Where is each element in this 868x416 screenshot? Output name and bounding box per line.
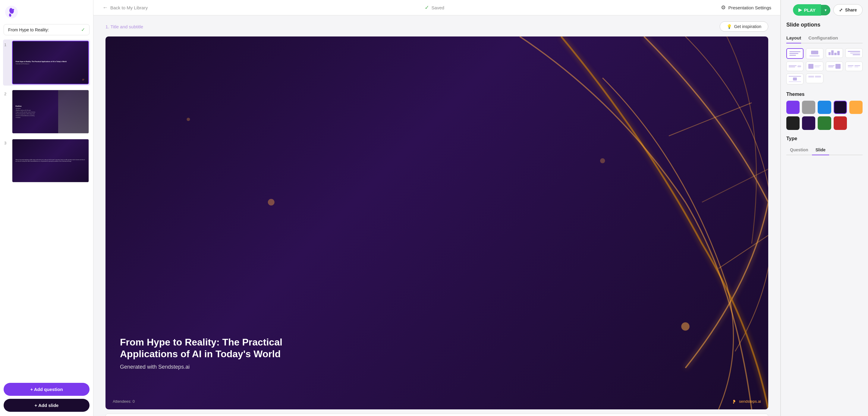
presentation-title-bar[interactable]: From Hype to Reality: ✓ — [4, 24, 90, 35]
slides-list: 1 From Hype to Reality: The Practical Ap… — [0, 39, 93, 379]
gear-icon: ⚙ — [721, 4, 726, 11]
svg-rect-3 — [82, 80, 84, 81]
saved-check-icon: ✓ — [81, 27, 85, 33]
play-button-group: ▶ PLAY ▾ — [793, 4, 830, 16]
slide-subtitle: Generated with Sendsteps.ai — [120, 364, 289, 370]
theme-black[interactable] — [786, 116, 800, 130]
play-label: PLAY — [804, 7, 815, 13]
theme-blue[interactable] — [818, 101, 831, 114]
slide-footer: Attendees: 0 sendsteps.ai — [105, 398, 768, 405]
layout-text-only[interactable] — [786, 48, 804, 59]
share-button[interactable]: ⤢ Share — [833, 4, 863, 16]
slide-type-label: 1. Title and subtitle — [105, 24, 143, 29]
layouts-grid — [786, 48, 863, 84]
slide-number-2: 2 — [4, 92, 10, 96]
sendsteps-brand: sendsteps.ai — [731, 398, 761, 405]
svg-point-7 — [187, 118, 190, 121]
notes-area[interactable]: Click to add notes — [105, 414, 768, 416]
svg-point-4 — [268, 199, 275, 206]
sidebar: From Hype to Reality: ✓ 1 From Hype to R… — [0, 0, 93, 416]
themes-section: Themes — [781, 92, 868, 130]
theme-deep-purple[interactable] — [802, 116, 815, 130]
theme-gray[interactable] — [802, 101, 815, 114]
share-icon: ⤢ — [839, 7, 843, 12]
slide-number-1: 1 — [4, 42, 10, 47]
sidebar-actions: + Add question + Add slide — [0, 379, 93, 416]
themes-grid — [786, 101, 863, 130]
chevron-down-icon: ▾ — [825, 8, 827, 12]
top-bar: ← Back to My Library ✓ Saved ⚙ Presentat… — [93, 0, 780, 16]
get-inspiration-label: Get inspiration — [734, 24, 761, 29]
slide-thumb-2[interactable]: Outline • Introduction • Why AI can make… — [12, 90, 89, 133]
add-slide-button[interactable]: + Add slide — [4, 399, 90, 412]
slide-thumb-3[interactable]: "What are the practical applications of … — [12, 139, 89, 182]
play-share-row: ▶ PLAY ▾ ⤢ Share — [781, 0, 868, 16]
svg-line-9 — [702, 169, 768, 202]
notes-placeholder: Click to add notes — [106, 414, 768, 416]
slide-main-text: From Hype to Reality: The Practical Appl… — [120, 336, 289, 370]
themes-title: Themes — [786, 92, 863, 97]
slide-label-row: 1. Title and subtitle 💡 Get inspiration — [105, 21, 768, 32]
slide-attendees: Attendees: 0 — [113, 399, 135, 404]
back-label: Back to My Library — [110, 5, 148, 10]
sendsteps-brand-text: sendsteps.ai — [739, 399, 761, 404]
svg-point-1 — [13, 9, 14, 10]
slide-number-3: 3 — [4, 141, 10, 145]
theme-dark-purple[interactable] — [834, 101, 847, 114]
svg-line-10 — [718, 235, 768, 269]
slide-item-1[interactable]: 1 From Hype to Reality: The Practical Ap… — [3, 39, 90, 86]
play-button[interactable]: ▶ PLAY — [793, 4, 821, 16]
layout-text-image-left[interactable] — [786, 61, 804, 71]
theme-orange[interactable] — [849, 101, 863, 114]
type-title: Type — [786, 136, 863, 141]
presentation-settings-button[interactable]: ⚙ Presentation Settings — [721, 4, 771, 11]
layout-split[interactable] — [845, 61, 863, 71]
slide3-thumb-text: "What are the practical applications of … — [16, 159, 86, 162]
main-content: ← Back to My Library ✓ Saved ⚙ Presentat… — [93, 0, 780, 416]
tab-layout[interactable]: Layout — [786, 33, 801, 43]
bulb-icon: 💡 — [727, 24, 732, 29]
slide-thumb-1[interactable]: From Hype to Reality: The Practical Appl… — [12, 41, 89, 84]
get-inspiration-button[interactable]: 💡 Get inspiration — [720, 21, 768, 32]
type-tab-slide[interactable]: Slide — [812, 145, 829, 155]
sidebar-header — [0, 0, 93, 24]
share-label: Share — [845, 7, 857, 12]
layout-image-bottom[interactable] — [786, 73, 804, 84]
tab-configuration[interactable]: Configuration — [808, 33, 838, 43]
slide-editor-area: 1. Title and subtitle 💡 Get inspiration — [93, 16, 780, 416]
back-to-library-link[interactable]: ← Back to My Library — [102, 4, 148, 11]
svg-point-6 — [681, 322, 689, 330]
layout-config-tabs: Layout Configuration — [786, 33, 863, 43]
slide1-thumb-subtitle: Generated with Sendsteps.ai — [16, 63, 85, 64]
theme-red[interactable] — [834, 116, 847, 130]
type-tabs-row: Question Slide — [786, 145, 863, 155]
play-chevron-button[interactable]: ▾ — [821, 5, 830, 16]
layout-image-right[interactable] — [826, 61, 843, 71]
slide-options-section: Slide options Layout Configuration — [781, 16, 868, 84]
theme-purple[interactable] — [786, 101, 800, 114]
main-slide[interactable]: From Hype to Reality: The Practical Appl… — [105, 36, 768, 409]
settings-label: Presentation Settings — [728, 5, 771, 10]
layout-two-col[interactable] — [806, 73, 823, 83]
layout-image-left[interactable] — [806, 61, 823, 71]
svg-point-5 — [600, 158, 605, 163]
layout-chart[interactable] — [826, 48, 843, 58]
slide-options-title: Slide options — [786, 22, 863, 28]
layout-text-right[interactable] — [845, 48, 863, 58]
layout-image-center[interactable] — [806, 48, 823, 59]
slide-title: From Hype to Reality: The Practical Appl… — [120, 336, 289, 360]
theme-green[interactable] — [818, 116, 831, 130]
sendsteps-logo-icon — [5, 5, 18, 19]
presentation-title-text: From Hype to Reality: — [8, 27, 79, 32]
saved-status: ✓ Saved — [425, 4, 444, 11]
saved-checkmark-icon: ✓ — [425, 4, 429, 11]
svg-rect-2 — [82, 79, 84, 80]
svg-line-8 — [669, 103, 752, 136]
slide1-thumb-title: From Hype to Reality: The Practical Appl… — [16, 61, 85, 63]
type-tab-question[interactable]: Question — [786, 145, 812, 155]
add-question-button[interactable]: + Add question — [4, 383, 90, 396]
slide-item-2[interactable]: 2 Outline • Introduction • Why AI can ma… — [3, 89, 90, 135]
sendsteps-footer-icon — [731, 398, 737, 405]
slide-item-3[interactable]: 3 "What are the practical applications o… — [3, 138, 90, 184]
play-icon: ▶ — [798, 7, 802, 13]
